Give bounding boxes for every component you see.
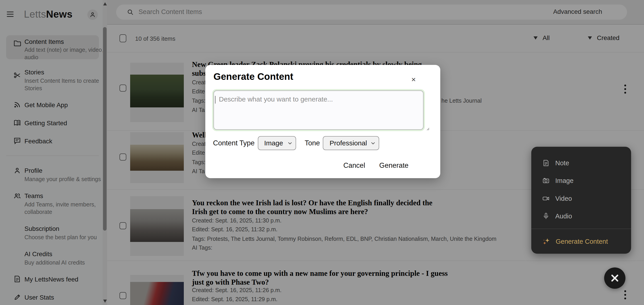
menu-item-label: Note	[555, 159, 569, 167]
menu-divider	[531, 229, 631, 229]
menu-item-video[interactable]: Video	[542, 194, 572, 203]
close-icon	[610, 274, 619, 283]
content-type-value: Image	[264, 139, 283, 147]
resize-grip-icon[interactable]	[426, 127, 430, 131]
menu-item-label: Generate Content	[556, 238, 608, 245]
menu-item-label: Audio	[555, 213, 572, 220]
tone-select[interactable]: Professional	[323, 136, 379, 150]
chevron-down-icon	[371, 142, 375, 144]
tone-value: Professional	[330, 139, 367, 147]
chevron-down-icon	[288, 142, 292, 144]
close-fab-button[interactable]	[604, 268, 626, 289]
generate-button[interactable]: Generate	[378, 161, 410, 170]
app-window: LettsNews Content Items Add text (note) …	[0, 0, 644, 305]
camera-icon	[542, 177, 550, 185]
text-cursor	[215, 96, 216, 104]
menu-item-label: Image	[555, 177, 574, 185]
sparkles-icon	[542, 237, 550, 246]
video-camera-icon	[542, 195, 550, 202]
tone-label: Tone	[305, 139, 320, 147]
menu-item-label: Video	[555, 195, 572, 202]
menu-item-generate-content[interactable]: Generate Content	[542, 237, 608, 246]
menu-item-image[interactable]: Image	[542, 177, 574, 185]
menu-item-audio[interactable]: Audio	[542, 212, 572, 220]
generate-prompt-textarea[interactable]	[214, 90, 424, 130]
create-content-menu: Note Image Video Audio Generate Content	[531, 147, 631, 254]
content-type-select[interactable]: Image	[258, 136, 296, 150]
modal-title: Generate Content	[214, 71, 293, 82]
note-icon	[542, 159, 550, 167]
close-icon[interactable]: ×	[408, 74, 418, 84]
menu-item-note[interactable]: Note	[542, 159, 569, 167]
generate-content-modal: Generate Content × Content Type Image To…	[205, 65, 440, 178]
cancel-button[interactable]: Cancel	[342, 161, 367, 170]
content-type-label: Content Type	[213, 139, 255, 147]
microphone-icon	[542, 212, 550, 220]
